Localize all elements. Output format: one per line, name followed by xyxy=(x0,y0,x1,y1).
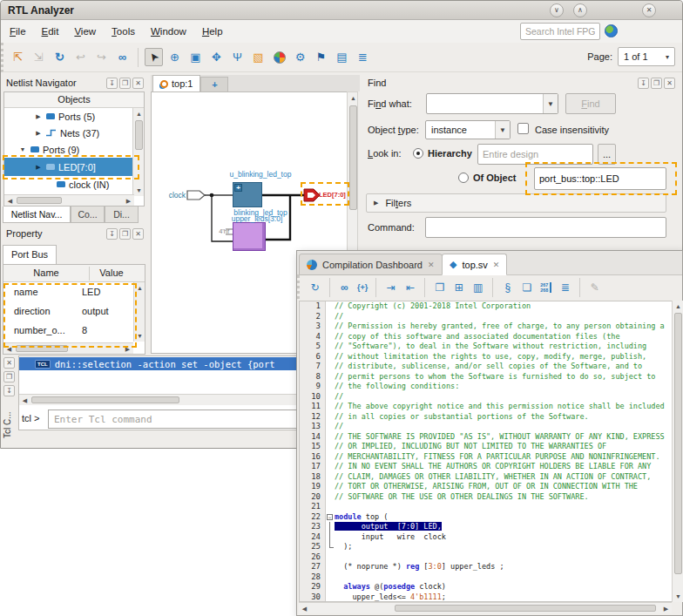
tree-collapse-icon[interactable]: ▶ xyxy=(34,164,43,171)
close-tab-icon[interactable]: ✕ xyxy=(493,261,500,269)
menu-item-edit[interactable]: Edit xyxy=(42,26,59,37)
find-button[interactable]: Find xyxy=(565,93,616,114)
menu-item-tools[interactable]: Tools xyxy=(112,26,135,37)
scroll-down-icon[interactable]: ▼ xyxy=(134,330,145,342)
globe-icon[interactable] xyxy=(605,24,618,37)
menu-item-window[interactable]: Window xyxy=(151,26,186,37)
search-input[interactable] xyxy=(520,23,600,40)
minimize-button[interactable]: ∨ xyxy=(550,3,564,17)
redo-icon[interactable]: ↪ xyxy=(92,48,111,66)
line-numbers-icon[interactable]: 267268 xyxy=(538,279,554,295)
find-what-combo[interactable]: ▼ xyxy=(426,93,558,114)
tcl-console-tab[interactable]: Tcl C... xyxy=(3,403,17,448)
maximize-button[interactable]: ∧ xyxy=(573,3,587,17)
scrollbar-thumb[interactable] xyxy=(16,345,68,352)
tree-item-clock-in[interactable]: clock (IN) xyxy=(4,176,144,193)
close-panel-icon[interactable]: ✕ xyxy=(3,357,15,369)
attach-file-icon[interactable]: § xyxy=(499,279,516,295)
pin-panel-icon[interactable]: ↧ xyxy=(3,385,15,396)
input-port-shape[interactable] xyxy=(187,191,205,200)
property-row-direction[interactable]: directionoutput xyxy=(3,301,145,321)
zoom-tool-icon[interactable]: ⊕ xyxy=(166,48,184,66)
fold-all-icon[interactable]: ❏ xyxy=(518,279,535,295)
scroll-left-icon[interactable]: ◀ xyxy=(19,395,30,406)
edit-source-icon[interactable]: ✎ xyxy=(586,279,603,295)
tree-item-ports-5[interactable]: ▶Ports (5) xyxy=(4,108,144,125)
scroll-down-icon[interactable]: ▼ xyxy=(673,591,683,602)
duplicate-icon[interactable]: ▥ xyxy=(470,279,486,295)
reload-file-icon[interactable]: ↻ xyxy=(307,279,323,295)
hierarchy-icon[interactable]: ≣ xyxy=(354,48,372,66)
panel-tab-netlist-nav[interactable]: Netlist Nav... xyxy=(3,206,71,223)
title-bar[interactable]: RTL Analyzer ∨∧✕ xyxy=(1,1,682,20)
tcl-history-line[interactable]: TCL dni::selection -action set -object {… xyxy=(19,357,301,370)
chevron-down-icon[interactable]: ▼ xyxy=(543,94,558,113)
tab-compilation-dashboard[interactable]: Compilation Dashboard ✕ xyxy=(299,254,443,275)
case-insensitivity-checkbox[interactable] xyxy=(517,123,529,134)
page-dropdown[interactable]: 1 of 1 ▾ xyxy=(618,47,675,66)
menu-item-view[interactable]: View xyxy=(74,26,96,37)
tree-collapse-icon[interactable]: ▶ xyxy=(34,130,43,137)
fit-view-icon[interactable]: ▣ xyxy=(186,48,205,66)
select-tool-icon[interactable]: ➤ xyxy=(145,48,163,66)
menu-item-file[interactable]: File xyxy=(10,26,26,37)
scroll-right-icon[interactable]: ▶ xyxy=(660,603,672,614)
close-panel-icon[interactable]: ✕ xyxy=(132,228,144,240)
scroll-right-icon[interactable]: ▶ xyxy=(123,195,134,206)
editor-vertical-scrollbar[interactable]: ▲ ▼ xyxy=(672,301,683,602)
tab-top-1[interactable]: top:1 xyxy=(152,75,200,91)
pan-tool-icon[interactable]: Ψ xyxy=(228,48,247,66)
property-vertical-scrollbar[interactable]: ▲ ▼ xyxy=(133,282,145,342)
tcl-horizontal-scrollbar[interactable]: ◀ xyxy=(19,394,303,405)
netlist-tree[interactable]: Objects ▶Ports (5)▶Nets (37)▼Ports (9)▶L… xyxy=(3,91,145,206)
scrollbar-thumb[interactable] xyxy=(135,120,143,150)
flag-icon[interactable]: ⚑ xyxy=(312,48,330,66)
tree-expanded-icon[interactable]: ▼ xyxy=(18,146,27,152)
filters-expander[interactable]: ▶ Filters xyxy=(366,193,666,213)
paste-icon[interactable]: ⊞ xyxy=(450,279,467,295)
code-editor[interactable]: 1// Copyright (c) 2001-2018 Intel Corpor… xyxy=(299,301,672,602)
command-input[interactable] xyxy=(425,217,666,238)
scroll-up-icon[interactable]: ▲ xyxy=(673,301,683,312)
find-icon[interactable]: ∞ xyxy=(113,48,132,66)
settings-gear-icon[interactable]: ⚙ xyxy=(291,48,309,66)
property-horizontal-scrollbar[interactable]: ◀ ▶ xyxy=(3,342,133,354)
property-row-number-o[interactable]: number_o...8 xyxy=(3,321,145,340)
close-panel-icon[interactable]: ✕ xyxy=(132,78,144,89)
close-panel-icon[interactable]: ✕ xyxy=(664,78,675,89)
tree-collapse-icon[interactable]: ▶ xyxy=(34,113,43,120)
indent-decrease-icon[interactable]: ⇤ xyxy=(402,279,418,295)
float-panel-icon[interactable]: ❐ xyxy=(119,228,131,240)
close-button[interactable]: ✕ xyxy=(642,3,656,17)
editor-horizontal-scrollbar[interactable]: ◀ ▶ xyxy=(299,602,672,613)
undo-icon[interactable]: ↩ xyxy=(71,48,90,66)
wrap-lines-icon[interactable]: ≣ xyxy=(557,279,573,295)
fold-minus-icon[interactable]: − xyxy=(327,514,333,520)
scrollbar-thumb[interactable] xyxy=(674,313,682,574)
attach-panel-icon[interactable]: ⇲ xyxy=(30,48,48,66)
fold-column[interactable]: − xyxy=(326,512,335,523)
find-icon[interactable]: ∞ xyxy=(336,279,353,295)
scroll-down-icon[interactable]: ▼ xyxy=(133,185,145,196)
indent-increase-icon[interactable]: ⇥ xyxy=(382,279,399,295)
scrollbar-thumb[interactable] xyxy=(31,396,179,403)
hierarchy-scope-input[interactable] xyxy=(477,144,593,165)
menu-item-help[interactable]: Help xyxy=(202,26,223,37)
property-row-name[interactable]: nameLED xyxy=(3,282,145,301)
panel-tab-di[interactable]: Di... xyxy=(105,206,139,223)
detach-panel-icon[interactable]: ⇱ xyxy=(9,48,27,66)
browse-button[interactable]: ... xyxy=(598,144,616,165)
tab-port-bus[interactable]: Port Bus xyxy=(3,245,57,264)
color-settings-icon[interactable] xyxy=(270,48,288,66)
new-view-tab[interactable]: + xyxy=(200,77,228,91)
scroll-up-icon[interactable]: ▲ xyxy=(134,282,145,294)
scroll-right-icon[interactable]: ▶ xyxy=(122,343,133,355)
scroll-left-icon[interactable]: ◀ xyxy=(3,343,15,355)
tree-item-nets-37[interactable]: ▶Nets (37) xyxy=(4,125,144,141)
insert-template-icon[interactable]: {+} xyxy=(355,279,369,295)
expand-view-icon[interactable]: ✥ xyxy=(207,48,226,66)
float-panel-icon[interactable]: ❐ xyxy=(651,78,662,89)
rubber-band-select-icon[interactable]: ▧ xyxy=(249,48,267,66)
pin-panel-icon[interactable]: ↧ xyxy=(106,228,118,240)
object-type-dropdown[interactable]: instance ▼ xyxy=(425,120,511,139)
